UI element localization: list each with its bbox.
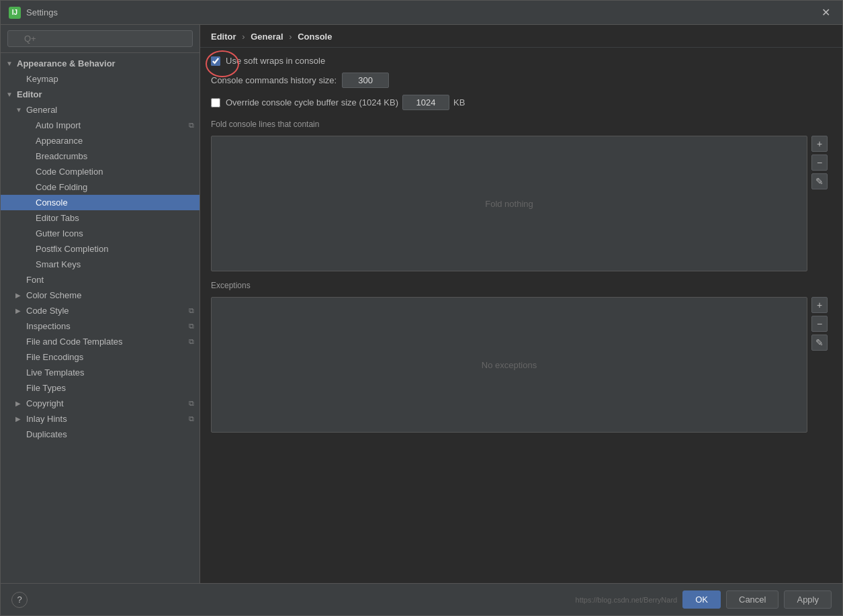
panel-content: Use soft wraps in console Console comman…	[200, 48, 842, 583]
sidebar-item-label: Live Templates	[26, 367, 84, 378]
sidebar-item-label: Copyright	[26, 398, 64, 408]
history-size-input[interactable]	[342, 73, 389, 88]
settings-tree: ▼ Appearance & Behavior Keymap ▼ Editor …	[1, 53, 199, 583]
sidebar-item-label: Console	[36, 197, 68, 208]
sidebar-item-appearance[interactable]: Appearance	[1, 133, 199, 148]
fold-list-buttons: + − ✎	[811, 136, 828, 189]
copy-icon: ⧉	[189, 399, 194, 408]
sidebar-item-label: Code Folding	[36, 182, 87, 192]
sidebar-item-label: File and Code Templates	[26, 337, 123, 347]
sidebar-item-label: File Encodings	[26, 352, 83, 362]
sidebar-item-color-scheme[interactable]: ▶ Color Scheme	[1, 288, 199, 303]
content-area: ▼ Appearance & Behavior Keymap ▼ Editor …	[1, 25, 842, 583]
sidebar-item-editor-tabs[interactable]: Editor Tabs	[1, 210, 199, 226]
exceptions-list-inner: No exceptions	[212, 298, 807, 432]
override-buffer-unit: KB	[453, 97, 465, 107]
sidebar-item-label: Color Scheme	[26, 290, 81, 300]
fold-list-inner: Fold nothing	[212, 136, 807, 271]
sidebar-item-label: General	[26, 105, 57, 115]
soft-wraps-row: Use soft wraps in console	[211, 56, 832, 66]
exceptions-edit-button[interactable]: ✎	[811, 335, 828, 351]
sidebar-item-label: Editor Tabs	[36, 213, 79, 223]
sidebar-item-label: Appearance & Behavior	[17, 58, 116, 69]
sidebar-item-general[interactable]: ▼ General	[1, 102, 199, 118]
cancel-button[interactable]: Cancel	[726, 590, 779, 609]
fold-empty-text: Fold nothing	[485, 199, 533, 209]
sidebar-item-copyright[interactable]: ▶ Copyright ⧉	[1, 396, 199, 411]
override-buffer-checkbox[interactable]	[211, 98, 220, 107]
fold-list-section: Fold nothing + − ✎	[211, 136, 807, 271]
breadcrumb-editor: Editor	[211, 32, 236, 42]
sidebar-item-label: Inlay Hints	[26, 414, 67, 424]
dialog-title: Settings	[26, 7, 817, 17]
bottom-bar: ? https://blog.csdn.net/BerryNard OK Can…	[1, 583, 842, 615]
exceptions-add-button[interactable]: +	[811, 297, 828, 313]
sidebar-item-console[interactable]: Console	[1, 195, 199, 210]
arrow-icon: ▼	[6, 60, 15, 67]
breadcrumb-general: General	[251, 32, 283, 42]
copy-icon: ⧉	[189, 414, 194, 423]
sidebar-item-auto-import[interactable]: Auto Import ⧉	[1, 118, 199, 133]
sidebar-item-label: Appearance	[36, 136, 83, 146]
close-button[interactable]: ✕	[817, 5, 834, 20]
sidebar-item-appearance-behavior[interactable]: ▼ Appearance & Behavior	[1, 56, 199, 71]
fold-remove-button[interactable]: −	[811, 155, 828, 171]
sidebar-item-label: Smart Keys	[36, 259, 81, 269]
exceptions-section-header: Exceptions	[211, 281, 832, 293]
exceptions-list-panel: No exceptions	[211, 297, 807, 433]
sidebar-item-label: Duplicates	[26, 429, 67, 439]
apply-button[interactable]: Apply	[784, 590, 832, 609]
sidebar-item-duplicates[interactable]: Duplicates	[1, 427, 199, 442]
sidebar-item-label: Gutter Icons	[36, 228, 83, 238]
sidebar-item-label: Breadcrumbs	[36, 151, 87, 161]
breadcrumb-console: Console	[298, 32, 332, 42]
sidebar-item-inlay-hints[interactable]: ▶ Inlay Hints ⧉	[1, 411, 199, 427]
sidebar-item-gutter-icons[interactable]: Gutter Icons	[1, 226, 199, 241]
override-buffer-input[interactable]	[402, 95, 449, 110]
arrow-icon: ▶	[15, 400, 25, 407]
arrow-icon: ▶	[15, 307, 25, 314]
ok-button[interactable]: OK	[682, 590, 721, 609]
sidebar-item-editor[interactable]: ▼ Editor	[1, 87, 199, 102]
exceptions-empty-text: No exceptions	[482, 360, 537, 370]
sidebar-item-live-templates[interactable]: Live Templates	[1, 365, 199, 380]
sidebar-item-font[interactable]: Font	[1, 272, 199, 288]
fold-edit-button[interactable]: ✎	[811, 173, 828, 189]
sidebar-item-keymap[interactable]: Keymap	[1, 71, 199, 87]
arrow-icon: ▶	[15, 292, 25, 299]
copy-icon: ⧉	[189, 322, 194, 331]
soft-wraps-label[interactable]: Use soft wraps in console	[226, 56, 325, 66]
fold-list-panel: Fold nothing	[211, 136, 807, 271]
sidebar-item-file-code-templates[interactable]: File and Code Templates ⧉	[1, 334, 199, 349]
sidebar-item-smart-keys[interactable]: Smart Keys	[1, 257, 199, 272]
arrow-icon: ▼	[6, 91, 15, 98]
breadcrumb-sep-1: ›	[242, 32, 245, 42]
sidebar-item-code-completion[interactable]: Code Completion	[1, 164, 199, 179]
help-button[interactable]: ?	[11, 592, 28, 608]
arrow-icon: ▶	[15, 415, 25, 423]
override-buffer-label[interactable]: Override console cycle buffer size (1024…	[226, 97, 398, 107]
sidebar-item-label: Font	[26, 275, 44, 285]
sidebar-item-file-encodings[interactable]: File Encodings	[1, 349, 199, 365]
arrow-icon: ▼	[15, 106, 25, 114]
copy-icon: ⧉	[189, 306, 194, 315]
sidebar-item-file-types[interactable]: File Types	[1, 380, 199, 396]
breadcrumb: Editor › General › Console	[200, 25, 842, 48]
sidebar: ▼ Appearance & Behavior Keymap ▼ Editor …	[1, 25, 200, 583]
sidebar-item-label: Keymap	[26, 74, 58, 84]
exceptions-remove-button[interactable]: −	[811, 316, 828, 332]
sidebar-item-breadcrumbs[interactable]: Breadcrumbs	[1, 148, 199, 164]
fold-add-button[interactable]: +	[811, 136, 828, 152]
sidebar-item-label: Editor	[17, 89, 42, 99]
soft-wraps-checkbox[interactable]	[211, 56, 220, 66]
sidebar-item-inspections[interactable]: Inspections ⧉	[1, 318, 199, 334]
search-input[interactable]	[7, 30, 193, 47]
search-wrapper	[7, 30, 193, 47]
exceptions-list-buttons: + − ✎	[811, 297, 828, 351]
sidebar-item-code-folding[interactable]: Code Folding	[1, 179, 199, 195]
sidebar-item-postfix-completion[interactable]: Postfix Completion	[1, 241, 199, 257]
copy-icon: ⧉	[189, 337, 194, 346]
sidebar-item-code-style[interactable]: ▶ Code Style ⧉	[1, 303, 199, 318]
copy-icon: ⧉	[189, 121, 194, 130]
history-size-label: Console commands history size:	[211, 75, 337, 85]
